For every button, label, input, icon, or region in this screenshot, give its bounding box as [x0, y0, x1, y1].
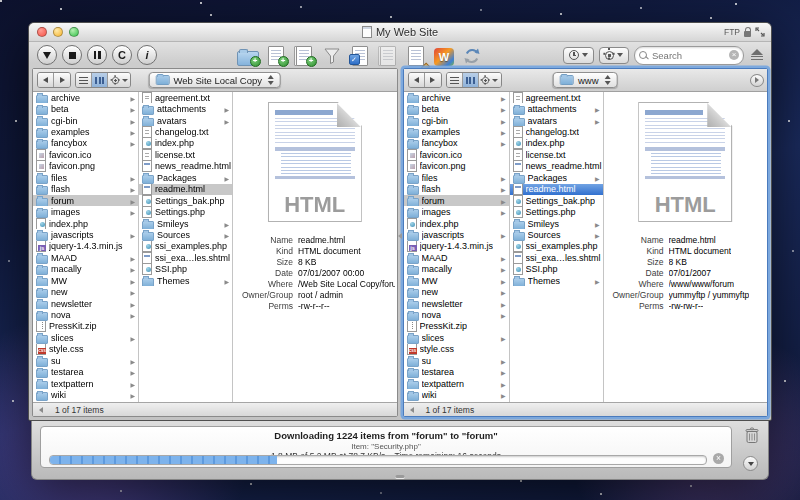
- file-row[interactable]: archive: [33, 92, 138, 103]
- file-row[interactable]: readme.html: [510, 184, 603, 195]
- file-row[interactable]: index.php: [404, 218, 509, 229]
- file-row[interactable]: beta: [404, 103, 509, 114]
- titlebar[interactable]: My Web Site FTP: [29, 23, 771, 42]
- file-row[interactable]: macally: [33, 264, 138, 275]
- file-row[interactable]: ssi_examples.php: [139, 241, 232, 252]
- pause-button[interactable]: [87, 45, 107, 65]
- file-row[interactable]: Sources: [510, 229, 603, 240]
- file-row[interactable]: index.php: [510, 138, 603, 149]
- forward-button[interactable]: [54, 73, 70, 87]
- file-row[interactable]: license.txt: [139, 149, 232, 160]
- file-row[interactable]: news_readme.html: [510, 161, 603, 172]
- file-row[interactable]: favicon.ico: [404, 149, 509, 160]
- file-row[interactable]: favicon.png: [33, 161, 138, 172]
- compare-files-button[interactable]: [377, 44, 400, 66]
- list-view-button[interactable]: [76, 73, 92, 87]
- divider-collapse-icon[interactable]: [398, 233, 402, 239]
- close-button[interactable]: [37, 27, 47, 37]
- file-row[interactable]: Settings.php: [510, 206, 603, 217]
- queue-download-button[interactable]: [743, 456, 758, 471]
- file-row[interactable]: files: [33, 172, 138, 183]
- file-row[interactable]: newsletter: [33, 298, 138, 309]
- file-row[interactable]: slices: [33, 332, 138, 343]
- file-row[interactable]: javascripts: [33, 229, 138, 240]
- history-dropdown[interactable]: [563, 47, 594, 64]
- file-row[interactable]: avatars: [139, 115, 232, 126]
- file-row[interactable]: ssi_exa…les.shtml: [510, 252, 603, 263]
- file-row[interactable]: fancybox: [404, 138, 509, 149]
- file-row[interactable]: flash: [33, 184, 138, 195]
- file-row[interactable]: testarea: [404, 367, 509, 378]
- file-row[interactable]: beta: [33, 103, 138, 114]
- local-path-dropdown[interactable]: Web Site Local Copy: [148, 72, 281, 88]
- cancel-transfer-button[interactable]: ×: [713, 453, 724, 464]
- file-row[interactable]: index.php: [139, 138, 232, 149]
- file-row[interactable]: su: [404, 355, 509, 366]
- file-row[interactable]: agreement.txt: [139, 92, 232, 103]
- file-row[interactable]: license.txt: [510, 149, 603, 160]
- file-row[interactable]: style.css: [404, 344, 509, 355]
- file-row[interactable]: wiki: [404, 389, 509, 400]
- fullscreen-icon[interactable]: [755, 27, 765, 37]
- file-row[interactable]: jquery-1.4.3.min.js: [404, 241, 509, 252]
- file-row[interactable]: su: [33, 355, 138, 366]
- file-row[interactable]: agreement.txt: [510, 92, 603, 103]
- file-row[interactable]: images: [404, 206, 509, 217]
- file-row[interactable]: examples: [33, 126, 138, 137]
- file-row[interactable]: new: [404, 286, 509, 297]
- file-row[interactable]: Packages: [510, 172, 603, 183]
- drawer-resize-handle[interactable]: [396, 475, 405, 478]
- file-row[interactable]: nova: [404, 309, 509, 320]
- file-row[interactable]: new: [33, 286, 138, 297]
- file-row[interactable]: Settings.php: [139, 206, 232, 217]
- sync-button[interactable]: [461, 44, 484, 66]
- file-row[interactable]: changelog.txt: [139, 126, 232, 137]
- file-row[interactable]: Themes: [510, 275, 603, 286]
- file-row[interactable]: nova: [33, 309, 138, 320]
- download-button[interactable]: [37, 45, 57, 65]
- file-row[interactable]: slices: [404, 332, 509, 343]
- file-row[interactable]: flash: [404, 184, 509, 195]
- file-row[interactable]: style.css: [33, 344, 138, 355]
- actions-dropdown[interactable]: [599, 47, 629, 64]
- file-row[interactable]: jquery-1.4.3.min.js: [33, 241, 138, 252]
- file-row[interactable]: index.php: [33, 218, 138, 229]
- copy-file-button[interactable]: +: [293, 44, 316, 66]
- file-row[interactable]: MAAD: [404, 252, 509, 263]
- file-row[interactable]: avatars: [510, 115, 603, 126]
- new-file-button[interactable]: +: [265, 44, 288, 66]
- file-row[interactable]: javascripts: [404, 229, 509, 240]
- column-view-button[interactable]: [463, 73, 479, 87]
- file-row[interactable]: readme.html: [139, 184, 232, 195]
- file-row[interactable]: testarea: [33, 367, 138, 378]
- back-button[interactable]: [38, 73, 54, 87]
- edit-file-button[interactable]: [405, 44, 428, 66]
- checklist-button[interactable]: ✓: [349, 44, 372, 66]
- file-row[interactable]: Smileys: [139, 218, 232, 229]
- eject-button[interactable]: [751, 49, 763, 62]
- zoom-button[interactable]: [69, 27, 79, 37]
- file-row[interactable]: textpattern: [33, 378, 138, 389]
- file-row[interactable]: archive: [404, 92, 509, 103]
- new-folder-button[interactable]: +: [237, 44, 260, 66]
- sidebar-toggle-button[interactable]: [750, 74, 764, 87]
- file-row[interactable]: images: [33, 206, 138, 217]
- file-row[interactable]: attachments: [510, 103, 603, 114]
- file-row[interactable]: cgi-bin: [33, 115, 138, 126]
- file-row[interactable]: attachments: [139, 103, 232, 114]
- file-row[interactable]: ssi_examples.php: [510, 241, 603, 252]
- column-view-button[interactable]: [92, 73, 108, 87]
- file-row[interactable]: Settings_bak.php: [510, 195, 603, 206]
- file-row[interactable]: Smileys: [510, 218, 603, 229]
- back-button[interactable]: [409, 73, 425, 87]
- file-row[interactable]: news_readme.html: [139, 161, 232, 172]
- file-row[interactable]: macally: [404, 264, 509, 275]
- file-row[interactable]: changelog.txt: [510, 126, 603, 137]
- file-row[interactable]: Sources: [139, 229, 232, 240]
- file-row[interactable]: MAAD: [33, 252, 138, 263]
- file-row[interactable]: fancybox: [33, 138, 138, 149]
- minimize-button[interactable]: [53, 27, 63, 37]
- forward-button[interactable]: [425, 73, 441, 87]
- file-row[interactable]: SSI.php: [139, 264, 232, 275]
- file-row[interactable]: examples: [404, 126, 509, 137]
